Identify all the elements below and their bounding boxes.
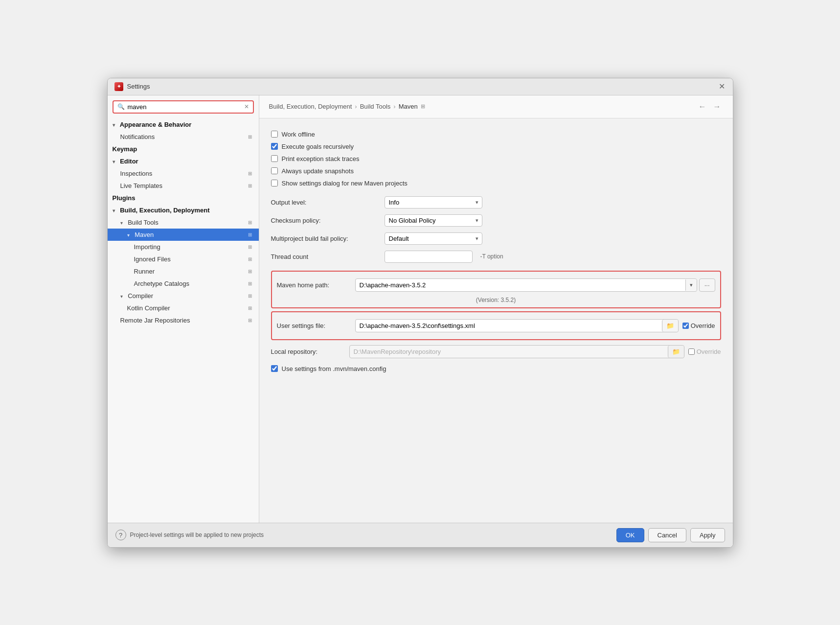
nav-icon-kotlin-compiler: ⊞ [248, 305, 252, 311]
print-exception-row: Print exception stack traces [271, 153, 721, 165]
local-repo-override-checkbox[interactable] [688, 348, 695, 355]
footer: ? Project-level settings will be applied… [108, 523, 733, 547]
execute-goals-label: Execute goals recursively [282, 143, 354, 150]
nav-icon-importing: ⊞ [248, 244, 252, 250]
title-bar-left: ✦ Settings [114, 82, 150, 91]
work-offline-checkbox[interactable] [271, 131, 278, 138]
nav-icon-runner: ⊞ [248, 269, 252, 274]
work-offline-row: Work offline [271, 128, 721, 140]
local-repo-browse-button[interactable]: 📁 [668, 346, 684, 358]
nav-forward-button[interactable]: → [711, 101, 723, 112]
maven-home-browse-button[interactable]: ··· [699, 278, 715, 292]
output-level-row: Output level: Info Debug Quiet [271, 193, 721, 211]
nav-icon-compiler: ⊞ [248, 293, 252, 299]
maven-home-dropdown-button[interactable]: ▾ [685, 279, 697, 291]
execute-goals-row: Execute goals recursively [271, 140, 721, 153]
sidebar-item-importing[interactable]: Importing ⊞ [108, 241, 259, 253]
checksum-policy-select[interactable]: No Global Policy Fail Warn Ignore [385, 214, 482, 227]
maven-home-path-label: Maven home path: [277, 281, 355, 289]
local-repo-row: Local repository: 📁 Override [271, 342, 721, 361]
execute-goals-checkbox[interactable] [271, 143, 278, 150]
local-repo-label: Local repository: [271, 348, 349, 355]
search-box: 🔍 ✕ [113, 100, 254, 114]
search-icon: 🔍 [117, 103, 125, 110]
sidebar-item-maven[interactable]: ▾ Maven ⊞ [108, 229, 259, 241]
checksum-policy-label: Checksum policy: [271, 217, 379, 224]
content-area: Work offline Execute goals recursively P… [259, 118, 733, 523]
multiproject-policy-label: Multiproject build fail policy: [271, 235, 379, 242]
sidebar-item-plugins[interactable]: Plugins [108, 192, 259, 204]
thread-count-input[interactable] [385, 251, 473, 263]
always-update-row: Always update snapshots [271, 165, 721, 177]
work-offline-label: Work offline [282, 131, 315, 138]
print-exception-checkbox[interactable] [271, 155, 278, 162]
user-settings-row: User settings file: 📁 Override [277, 316, 715, 335]
multiproject-policy-select[interactable]: Default Always Never AtEnd Immediately [385, 232, 482, 245]
sidebar-item-compiler[interactable]: ▾ Compiler ⊞ [108, 290, 259, 302]
multiproject-policy-wrapper: Default Always Never AtEnd Immediately [385, 232, 482, 245]
nav-icon-live-templates: ⊞ [248, 183, 252, 188]
use-mvn-settings-row: Use settings from .mvn/maven.config [271, 361, 721, 376]
always-update-label: Always update snapshots [282, 167, 354, 175]
sidebar-item-notifications[interactable]: Notifications ⊞ [108, 131, 259, 143]
nav-back-button[interactable]: ← [697, 101, 708, 112]
sidebar-item-archetype-catalogs[interactable]: Archetype Catalogs ⊞ [108, 278, 259, 290]
show-settings-label: Show settings dialog for new Maven proje… [282, 180, 408, 187]
help-button[interactable]: ? [115, 530, 126, 540]
close-button[interactable]: ✕ [718, 83, 726, 91]
maven-home-path-row: Maven home path: ▾ ··· [277, 276, 715, 295]
user-settings-label: User settings file: [277, 322, 355, 329]
sidebar-item-inspections[interactable]: Inspections ⊞ [108, 167, 259, 180]
sidebar: 🔍 ✕ ▾ Appearance & Behavior Notification… [108, 95, 259, 523]
sidebar-item-build-exec-deploy[interactable]: ▾ Build, Execution, Deployment [108, 204, 259, 216]
show-settings-checkbox[interactable] [271, 180, 278, 186]
local-repo-override-label: Override [697, 348, 721, 355]
t-option-label: -T option [480, 253, 503, 260]
user-settings-override-wrapper: Override [682, 322, 715, 329]
maven-home-path-input[interactable] [356, 279, 685, 291]
user-settings-override-label: Override [691, 322, 715, 329]
settings-group: Work offline Execute goals recursively P… [271, 128, 721, 376]
checksum-policy-row: Checksum policy: No Global Policy Fail W… [271, 211, 721, 230]
multiproject-policy-row: Multiproject build fail policy: Default … [271, 230, 721, 248]
show-settings-row: Show settings dialog for new Maven proje… [271, 177, 721, 189]
checksum-policy-wrapper: No Global Policy Fail Warn Ignore [385, 214, 482, 227]
user-settings-browse-button[interactable]: 📁 [662, 320, 678, 332]
search-clear-button[interactable]: ✕ [244, 103, 249, 110]
settings-dialog: ✦ Settings ✕ 🔍 ✕ ▾ Appearance & Behavior… [107, 78, 733, 548]
sidebar-item-appearance[interactable]: ▾ Appearance & Behavior [108, 118, 259, 131]
thread-count-row: Thread count -T option [271, 248, 721, 266]
local-repo-input-wrapper: 📁 [349, 345, 684, 358]
apply-button[interactable]: Apply [690, 528, 725, 542]
sidebar-item-live-templates[interactable]: Live Templates ⊞ [108, 180, 259, 192]
sidebar-item-runner[interactable]: Runner ⊞ [108, 265, 259, 278]
breadcrumb-part-2: Build Tools [360, 103, 391, 110]
user-settings-input[interactable] [356, 320, 660, 332]
sidebar-item-editor[interactable]: ▾ Editor [108, 155, 259, 167]
sidebar-item-kotlin-compiler[interactable]: Kotlin Compiler ⊞ [108, 302, 259, 314]
thread-count-label: Thread count [271, 253, 379, 260]
maven-home-input-wrapper: ▾ [355, 278, 697, 292]
local-repo-input[interactable] [350, 346, 666, 358]
always-update-checkbox[interactable] [271, 167, 278, 174]
footer-buttons: OK Cancel Apply [616, 528, 725, 542]
sidebar-item-keymap[interactable]: Keymap [108, 143, 259, 155]
print-exception-label: Print exception stack traces [282, 155, 360, 162]
cancel-button[interactable]: Cancel [648, 528, 686, 542]
user-settings-override-checkbox[interactable] [682, 323, 689, 329]
breadcrumb-bar: Build, Execution, Deployment › Build Too… [259, 95, 733, 118]
sidebar-item-ignored-files[interactable]: Ignored Files ⊞ [108, 253, 259, 265]
breadcrumb-link-icon: ⊞ [421, 103, 425, 110]
breadcrumb-part-3: Maven [399, 103, 418, 110]
sidebar-item-remote-jar[interactable]: Remote Jar Repositories ⊞ [108, 314, 259, 326]
app-icon: ✦ [114, 82, 123, 91]
search-input[interactable] [128, 103, 241, 111]
nav-icon-inspections: ⊞ [248, 171, 252, 176]
use-mvn-settings-checkbox[interactable] [271, 365, 278, 372]
breadcrumb-part-1: Build, Execution, Deployment [269, 103, 352, 110]
sidebar-item-build-tools[interactable]: ▾ Build Tools ⊞ [108, 216, 259, 229]
output-level-select[interactable]: Info Debug Quiet [385, 196, 482, 208]
breadcrumb: Build, Execution, Deployment › Build Too… [269, 103, 425, 110]
footer-left: ? Project-level settings will be applied… [115, 530, 264, 540]
ok-button[interactable]: OK [616, 528, 644, 542]
